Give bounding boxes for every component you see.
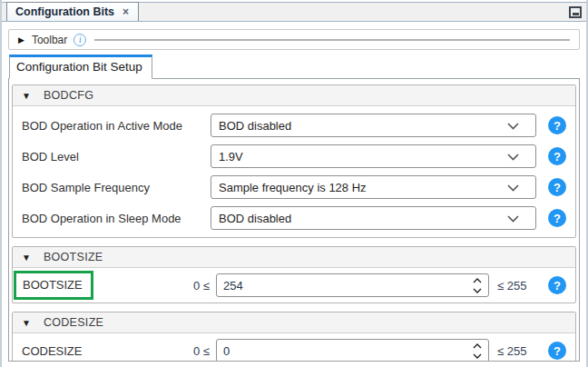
section-header-codesize[interactable]: ▼ CODESIZE (13, 312, 575, 333)
tab-title: Configuration Bits (15, 5, 114, 18)
chevron-down-icon (507, 184, 519, 192)
dropdown-value: BOD disabled (219, 119, 291, 133)
config-label: BOD Sample Frequency (22, 181, 211, 194)
tab-configuration-bits[interactable]: Configuration Bits × (6, 2, 139, 21)
dropdown-bod-sleep-mode[interactable]: BOD disabled (211, 206, 536, 230)
dropdown-value: 1.9V (219, 150, 243, 164)
info-icon[interactable]: i (74, 34, 86, 46)
document-tab-strip: Configuration Bits × (2, 2, 586, 22)
section-title: CODESIZE (44, 316, 103, 329)
section-header-bodcfg[interactable]: ▼ BODCFG (13, 85, 575, 106)
section-title: BODCFG (44, 89, 93, 102)
codesize-label: CODESIZE (22, 344, 82, 358)
config-row-bod-level: BOD Level 1.9V ? (13, 141, 575, 172)
dropdown-bod-sample-frequency[interactable]: Sample frequency is 128 Hz (211, 175, 536, 199)
codesize-spinner (216, 339, 489, 362)
toolbar-expand-icon[interactable]: ▶ (18, 35, 24, 45)
configuration-bits-window: Configuration Bits × ▶ Toolbar i Configu… (0, 0, 588, 367)
toolbar-divider-line (94, 39, 570, 41)
section-codesize: ▼ CODESIZE CODESIZE 0 ≤ ≤ 255 ? (12, 312, 576, 362)
spin-down-button[interactable] (473, 352, 482, 360)
tab-configuration-bit-setup[interactable]: Configuration Bit Setup (9, 55, 152, 79)
section-header-bootsize[interactable]: ▼ BOOTSIZE (13, 247, 575, 268)
min-bound-text: 0 ≤ (193, 344, 216, 358)
config-label: BOD Operation in Sleep Mode (22, 212, 211, 225)
collapse-triangle-icon: ▼ (22, 253, 31, 263)
config-bit-setup-panel: ▼ BODCFG BOD Operation in Active Mode BO… (8, 78, 580, 362)
help-icon[interactable]: ? (548, 147, 566, 165)
dropdown-bod-level[interactable]: 1.9V (211, 144, 536, 168)
spin-up-button[interactable] (473, 342, 482, 350)
dropdown-value: Sample frequency is 128 Hz (219, 181, 367, 194)
collapse-triangle-icon: ▼ (22, 318, 31, 328)
help-icon[interactable]: ? (548, 342, 566, 360)
minimize-icon (573, 13, 579, 15)
chevron-up-icon (473, 343, 482, 349)
help-icon[interactable]: ? (548, 116, 566, 134)
chevron-up-icon (473, 278, 482, 283)
toolbar-collapsible-bar[interactable]: ▶ Toolbar i (8, 29, 580, 50)
chevron-down-icon (507, 215, 519, 223)
config-row-bod-sample-frequency: BOD Sample Frequency Sample frequency is… (13, 172, 575, 203)
collapse-triangle-icon: ▼ (22, 91, 31, 101)
help-icon[interactable]: ? (548, 178, 566, 196)
config-label: BOD Level (22, 150, 211, 164)
chevron-down-icon (507, 123, 519, 130)
section-title: BOOTSIZE (44, 251, 103, 263)
config-row-bootsize: BOOTSIZE 0 ≤ ≤ 255 ? (13, 268, 575, 303)
chevron-down-icon (507, 154, 519, 161)
bootsize-label-highlighted: BOOTSIZE (14, 271, 93, 300)
help-icon[interactable]: ? (548, 276, 566, 294)
bootsize-spinner (216, 273, 489, 297)
max-bound-text: ≤ 255 (489, 344, 536, 358)
chevron-down-icon (473, 353, 482, 359)
config-row-bod-active-mode: BOD Operation in Active Mode BOD disable… (13, 110, 575, 141)
codesize-value-input[interactable] (217, 340, 466, 362)
config-row-codesize: CODESIZE 0 ≤ ≤ 255 ? (13, 333, 575, 362)
spin-up-button[interactable] (473, 277, 482, 284)
close-tab-icon[interactable]: × (122, 5, 129, 18)
dropdown-bod-active-mode[interactable]: BOD disabled (211, 114, 536, 137)
section-bootsize: ▼ BOOTSIZE BOOTSIZE 0 ≤ ≤ 255 ? (12, 246, 576, 303)
max-bound-text: ≤ 255 (489, 279, 536, 293)
spin-down-button[interactable] (473, 287, 482, 294)
toolbar-label: Toolbar (32, 34, 67, 46)
chevron-down-icon (473, 288, 482, 293)
config-label: BOD Operation in Active Mode (22, 119, 211, 133)
help-icon[interactable]: ? (548, 209, 566, 227)
minimize-window-button[interactable] (569, 6, 582, 18)
min-bound-text: 0 ≤ (193, 279, 216, 293)
dropdown-value: BOD disabled (219, 212, 291, 225)
config-row-bod-sleep-mode: BOD Operation in Sleep Mode BOD disabled… (13, 203, 575, 233)
bootsize-value-input[interactable] (217, 274, 466, 296)
section-bodcfg: ▼ BODCFG BOD Operation in Active Mode BO… (12, 84, 576, 238)
